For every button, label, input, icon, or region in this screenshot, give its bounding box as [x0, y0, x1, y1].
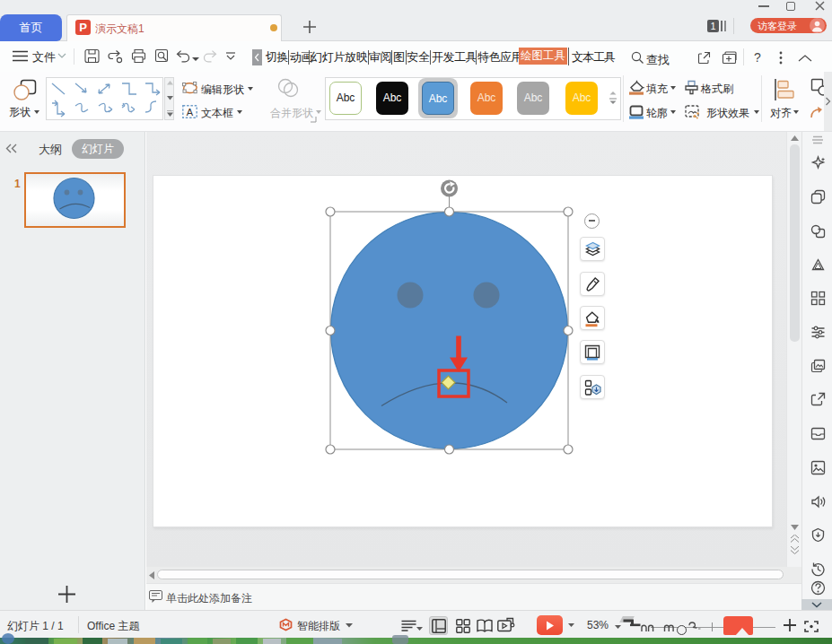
- svg-text:A: A: [187, 107, 194, 117]
